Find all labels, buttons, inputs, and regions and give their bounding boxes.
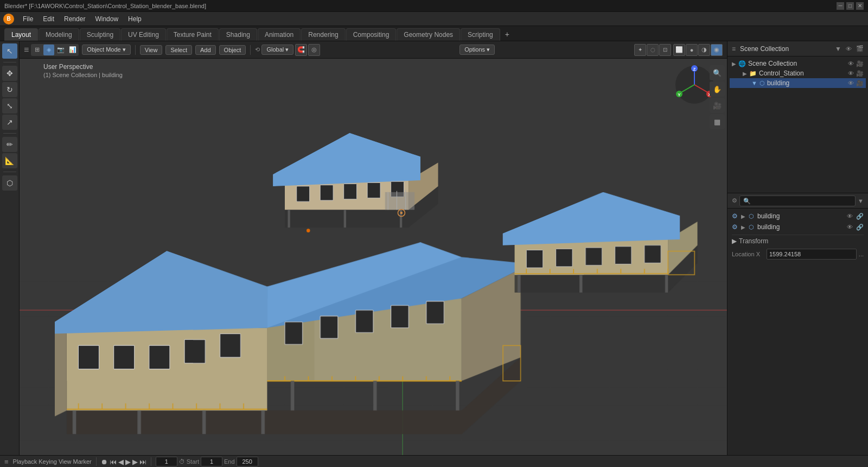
location-dots[interactable]: ... xyxy=(859,251,864,257)
tab-animation[interactable]: Animation xyxy=(258,28,301,41)
zoom-tool-button[interactable]: 🔍 xyxy=(710,65,725,80)
viewport-type-btn[interactable]: ⊞ xyxy=(31,45,42,55)
add-cube-button[interactable]: ⬡ xyxy=(2,175,17,191)
cs-render-button[interactable]: 🎥 xyxy=(856,70,864,77)
end-frame-input[interactable] xyxy=(237,457,258,466)
rendered-shading-button[interactable]: ◉ xyxy=(711,44,723,56)
select-tool-button[interactable]: ↖ xyxy=(2,43,17,59)
maximize-button[interactable]: □ xyxy=(846,2,854,10)
tab-scripting[interactable]: Scripting xyxy=(461,28,500,41)
outliner-camera-button[interactable]: 🎬 xyxy=(856,45,864,52)
outliner-building-item[interactable]: ▼ ⬡ building 👁 🎥 xyxy=(730,78,866,88)
prop-eye-2[interactable]: 👁 xyxy=(847,224,853,230)
tab-geometry-nodes[interactable]: Geometry Nodes xyxy=(397,28,460,41)
transform-arrow: ▶ xyxy=(732,237,737,245)
cs-label: Control_Station xyxy=(759,70,804,77)
object-mode-button[interactable]: Object Mode ▾ xyxy=(82,45,130,55)
tab-compositing[interactable]: Compositing xyxy=(346,28,397,41)
select-menu-button[interactable]: Select xyxy=(165,45,192,55)
material-shading-button[interactable]: ◑ xyxy=(698,44,710,56)
solid-shading-button[interactable]: ● xyxy=(686,44,698,56)
global-transform-button[interactable]: Global ▾ xyxy=(261,45,293,55)
show-gizmos-button[interactable]: ✦ xyxy=(634,44,646,56)
viewport-menu-icon[interactable]: ≡ xyxy=(24,45,29,55)
camera-view-btn[interactable]: 📷 xyxy=(55,45,66,55)
keying-menu[interactable]: Keying xyxy=(39,458,57,465)
playback-menu[interactable]: Playback xyxy=(13,458,37,465)
prop-eye-1[interactable]: 👁 xyxy=(847,213,853,219)
annotate-tool-button[interactable]: ✏ xyxy=(2,137,17,152)
menu-edit[interactable]: Edit xyxy=(39,14,59,24)
prop-link-2[interactable]: 🔗 xyxy=(856,224,864,231)
measure-tool-button[interactable]: 📐 xyxy=(2,153,17,168)
add-menu-button[interactable]: Add xyxy=(195,45,216,55)
first-frame-button[interactable]: ⏮ xyxy=(110,458,117,466)
prev-frame-button[interactable]: ◀ xyxy=(118,458,124,466)
cs-eye-button[interactable]: 👁 xyxy=(848,70,854,77)
play-button[interactable]: ▶ xyxy=(125,458,131,466)
menu-render[interactable]: Render xyxy=(60,14,90,24)
transform-tool-button[interactable]: ↗ xyxy=(2,115,17,130)
marker-menu[interactable]: Marker xyxy=(73,458,92,465)
outliner-scene-collection[interactable]: ▶ 🌐 Scene Collection 👁 🎥 xyxy=(730,59,866,68)
camera-tool-button[interactable]: 🎥 xyxy=(710,98,725,113)
outliner-control-station[interactable]: ▶ 📁 Control_Station 👁 🎥 xyxy=(730,68,866,78)
prop-building-row-1[interactable]: ⚙ ▶ ⬡ building 👁 🔗 xyxy=(732,211,864,222)
location-x-field[interactable]: 1599.24158 xyxy=(767,249,857,260)
move-tool-button[interactable]: ✥ xyxy=(2,66,17,81)
scale-tool-button[interactable]: ⤡ xyxy=(2,98,17,113)
last-frame-button[interactable]: ⏭ xyxy=(139,458,146,466)
tab-uv-editing[interactable]: UV Editing xyxy=(121,28,166,41)
right-panel: ≡ Scene Collection ▼ 👁 🎬 ▶ 🌐 Scene Colle… xyxy=(727,41,868,455)
scene-eye-button[interactable]: 👁 xyxy=(848,60,854,67)
start-frame-input[interactable] xyxy=(201,457,222,466)
prop-link-1[interactable]: 🔗 xyxy=(856,213,864,220)
location-row: Location X 1599.24158 ... xyxy=(732,247,864,261)
snap-button[interactable]: 🧲 xyxy=(295,44,307,56)
3d-viewport[interactable]: ≡ ⊞ ◈ 📷 📊 Object Mode ▾ View Select Add … xyxy=(20,41,727,455)
building-render-button[interactable]: 🎥 xyxy=(856,80,864,87)
scene-render-button[interactable]: 🎥 xyxy=(856,60,864,67)
xray-button[interactable]: ⊡ xyxy=(659,44,671,56)
show-overlays-button[interactable]: ◌ xyxy=(647,44,659,56)
tab-shading[interactable]: Shading xyxy=(219,28,257,41)
menu-help[interactable]: Help xyxy=(124,14,146,24)
timeline-menu-icon[interactable]: ≡ xyxy=(4,458,9,466)
filter-icon[interactable]: ▼ xyxy=(858,198,864,204)
close-button[interactable]: ✕ xyxy=(856,2,864,10)
tab-sculpting[interactable]: Sculpting xyxy=(80,28,120,41)
toolbar-separator xyxy=(3,62,16,62)
wireframe-shading-button[interactable]: ⬜ xyxy=(673,44,685,56)
tab-modeling[interactable]: Modeling xyxy=(39,28,79,41)
svg-rect-117 xyxy=(585,248,602,266)
svg-rect-57 xyxy=(285,322,303,344)
menu-window[interactable]: Window xyxy=(91,14,123,24)
record-button[interactable]: ⏺ xyxy=(101,458,108,466)
search-input[interactable] xyxy=(739,195,856,206)
grid-tool-button[interactable]: ▦ xyxy=(710,114,725,129)
tab-texture-paint[interactable]: Texture Paint xyxy=(167,28,219,41)
tab-layout[interactable]: Layout xyxy=(4,28,38,41)
graph-btn[interactable]: 📊 xyxy=(67,45,78,55)
next-frame-button[interactable]: ▶ xyxy=(132,458,138,466)
rotate-tool-button[interactable]: ↻ xyxy=(2,82,17,97)
add-workspace-button[interactable]: + xyxy=(501,28,514,41)
view-menu[interactable]: View xyxy=(59,458,72,465)
view-menu-button[interactable]: View xyxy=(140,45,163,55)
object-menu-button[interactable]: Object xyxy=(219,45,246,55)
building-eye-button[interactable]: 👁 xyxy=(848,80,854,86)
3d-view-btn[interactable]: ◈ xyxy=(43,45,54,55)
menu-file[interactable]: File xyxy=(18,14,37,24)
tab-rendering[interactable]: Rendering xyxy=(301,28,345,41)
transform-section-header[interactable]: ▶ Transform xyxy=(732,235,864,247)
hand-tool-button[interactable]: ✋ xyxy=(710,81,725,97)
proportional-edit-button[interactable]: ◎ xyxy=(308,44,320,56)
outliner-eye-button[interactable]: 👁 xyxy=(846,46,852,52)
prop-building-row-2[interactable]: ⚙ ▶ ⬡ building 👁 🔗 xyxy=(732,222,864,232)
outliner-filter-button[interactable]: ▼ xyxy=(835,45,841,53)
shading-buttons: ⬜ ● ◑ ◉ xyxy=(673,44,723,56)
options-button[interactable]: Options ▾ xyxy=(459,45,495,55)
current-frame-input[interactable] xyxy=(156,457,177,466)
minimize-button[interactable]: ─ xyxy=(837,2,844,10)
clock-icon: ⏱ xyxy=(179,458,185,465)
